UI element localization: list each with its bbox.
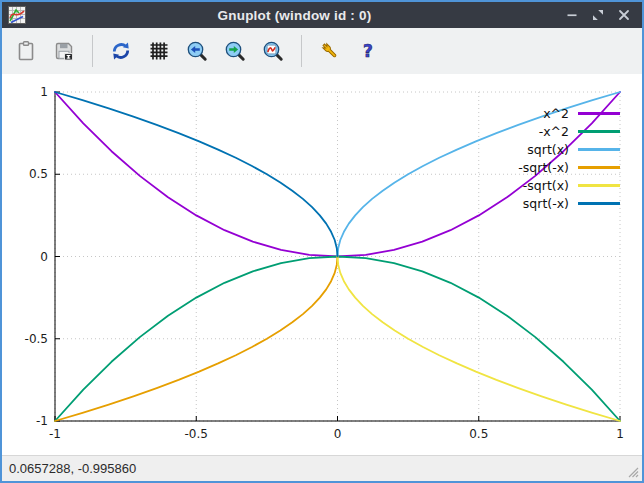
- legend-line-sample: [578, 148, 620, 151]
- svg-text:0: 0: [334, 427, 342, 441]
- zoom-previous-icon: [185, 39, 209, 63]
- titlebar[interactable]: Gnuplot (window id : 0): [2, 2, 642, 28]
- legend-label: -x^2: [539, 124, 569, 139]
- legend-label: sqrt(x): [527, 142, 569, 157]
- help-icon: ?: [356, 39, 380, 63]
- window-controls: [563, 6, 636, 24]
- toolbar: ?: [2, 28, 642, 74]
- toggle-grid-button[interactable]: [146, 38, 172, 64]
- close-button[interactable]: [615, 6, 633, 24]
- legend-item[interactable]: sqrt(-x): [518, 194, 620, 212]
- svg-text:0.5: 0.5: [469, 427, 488, 441]
- window-title: Gnuplot (window id : 0): [32, 8, 557, 23]
- plot-canvas[interactable]: -1-0.500.51-1-0.500.51 x^2-x^2sqrt(x)-sq…: [2, 74, 642, 455]
- svg-text:1: 1: [40, 85, 48, 99]
- copy-to-clipboard-button[interactable]: [13, 38, 39, 64]
- legend-label: -sqrt(x): [523, 178, 569, 193]
- legend-label: x^2: [543, 106, 569, 121]
- restore-icon: [590, 7, 606, 23]
- restore-button[interactable]: [589, 6, 607, 24]
- close-icon: [616, 7, 632, 23]
- legend-label: sqrt(-x): [523, 196, 569, 211]
- legend-item[interactable]: x^2: [518, 104, 620, 122]
- svg-text:?: ?: [363, 41, 373, 61]
- legend-line-sample: [578, 184, 620, 187]
- toolbar-separator: [301, 35, 302, 67]
- legend-item[interactable]: sqrt(x): [518, 140, 620, 158]
- legend-line-sample: [578, 130, 620, 133]
- svg-text:-1: -1: [49, 427, 61, 441]
- svg-text:0: 0: [40, 250, 48, 264]
- zoom-previous-button[interactable]: [184, 38, 210, 64]
- legend-label: -sqrt(-x): [518, 160, 569, 175]
- resize-grip-icon[interactable]: [625, 464, 640, 479]
- svg-text:1: 1: [616, 427, 624, 441]
- replot-button[interactable]: [108, 38, 134, 64]
- minimize-icon: [564, 7, 580, 23]
- legend-line-sample: [578, 166, 620, 169]
- help-button[interactable]: ?: [355, 38, 381, 64]
- legend-line-sample: [578, 202, 620, 205]
- statusbar: 0.0657288, -0.995860: [2, 455, 642, 481]
- svg-text:-1: -1: [36, 414, 48, 428]
- gnuplot-window: Gnuplot (window id : 0): [0, 0, 644, 483]
- grid-icon: [147, 39, 171, 63]
- replot-icon: [109, 39, 133, 63]
- zoom-next-button[interactable]: [222, 38, 248, 64]
- minimize-button[interactable]: [563, 6, 581, 24]
- autoscale-button[interactable]: [260, 38, 286, 64]
- autoscale-icon: [261, 39, 285, 63]
- legend: x^2-x^2sqrt(x)-sqrt(-x)-sqrt(x)sqrt(-x): [518, 104, 620, 212]
- svg-text:-0.5: -0.5: [185, 427, 208, 441]
- legend-item[interactable]: -sqrt(x): [518, 176, 620, 194]
- settings-button[interactable]: [317, 38, 343, 64]
- legend-line-sample: [578, 112, 620, 115]
- toolbar-separator: [92, 35, 93, 67]
- clipboard-icon: [14, 39, 38, 63]
- legend-item[interactable]: -x^2: [518, 122, 620, 140]
- wrench-icon: [318, 39, 342, 63]
- save-image-icon: [52, 39, 76, 63]
- svg-text:-0.5: -0.5: [25, 332, 48, 346]
- svg-text:0.5: 0.5: [29, 167, 48, 181]
- cursor-coordinates: 0.0657288, -0.995860: [9, 461, 136, 476]
- export-image-button[interactable]: [51, 38, 77, 64]
- legend-item[interactable]: -sqrt(-x): [518, 158, 620, 176]
- gnuplot-plot-icon: [8, 6, 26, 24]
- zoom-next-icon: [223, 39, 247, 63]
